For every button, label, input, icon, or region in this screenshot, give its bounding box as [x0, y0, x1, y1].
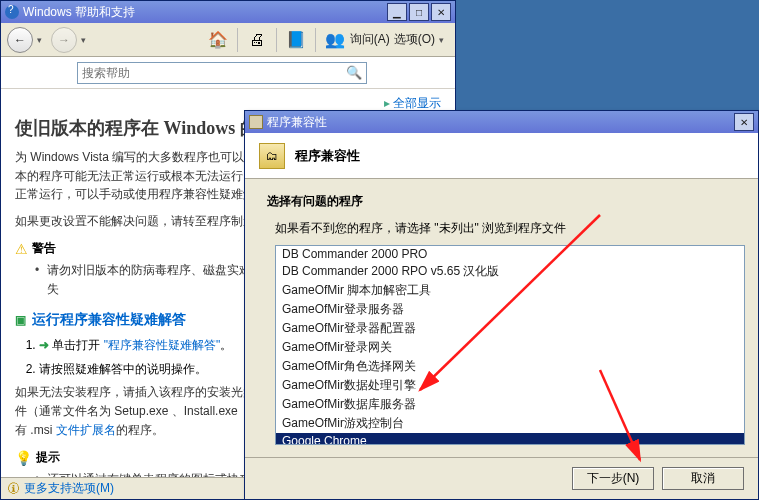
warning-icon: ⚠: [15, 241, 28, 257]
help-titlebar[interactable]: Windows 帮助和支持 ▁ □ ✕: [1, 1, 455, 23]
ask-button[interactable]: 询问(A): [350, 31, 390, 48]
list-item[interactable]: GameOfMir登录网关: [276, 338, 744, 357]
cancel-button[interactable]: 取消: [662, 467, 744, 490]
list-item[interactable]: GameOfMir游戏控制台: [276, 414, 744, 433]
open-troubleshooter-link[interactable]: "程序兼容性疑难解答": [104, 338, 221, 352]
help-icon: [5, 5, 19, 19]
minimize-button[interactable]: ▁: [387, 3, 407, 21]
list-item[interactable]: GameOfMir角色选择网关: [276, 357, 744, 376]
help-title: Windows 帮助和支持: [23, 4, 135, 21]
list-item[interactable]: GameOfMir数据处理引擎: [276, 376, 744, 395]
wizard-header-icon: 🗂: [259, 143, 285, 169]
browse-icon[interactable]: 📘: [285, 29, 307, 51]
options-button[interactable]: 选项(O): [394, 31, 435, 48]
file-ext-link[interactable]: 文件扩展名: [56, 423, 116, 437]
forward-button[interactable]: →: [51, 27, 77, 53]
ask-icon[interactable]: 👥: [324, 29, 346, 51]
list-item[interactable]: GameOfMir登录器配置器: [276, 319, 744, 338]
program-listbox[interactable]: DB Commander 2000 PRODB Commander 2000 R…: [275, 245, 745, 445]
list-item[interactable]: DB Commander 2000 PRO: [276, 246, 744, 262]
list-item[interactable]: Google Chrome: [276, 433, 744, 445]
wizard-icon: [249, 115, 263, 129]
select-program-hint: 如果看不到您的程序，请选择 "未列出" 浏览到程序文件: [275, 220, 736, 237]
wizard-title: 程序兼容性: [267, 114, 327, 131]
support-icon: 🛈: [7, 481, 20, 496]
wizard-close-button[interactable]: ✕: [734, 113, 754, 131]
wizard-footer: 下一步(N) 取消: [245, 457, 758, 499]
next-button[interactable]: 下一步(N): [572, 467, 654, 490]
wizard-header: 🗂 程序兼容性: [245, 133, 758, 179]
search-icon[interactable]: 🔍: [346, 65, 362, 80]
wizard-header-text: 程序兼容性: [295, 147, 360, 165]
select-program-label: 选择有问题的程序: [267, 193, 736, 210]
home-icon[interactable]: 🏠: [207, 29, 229, 51]
list-item[interactable]: DB Commander 2000 RPO v5.65 汉化版: [276, 262, 744, 281]
list-item[interactable]: GameOfMir数据库服务器: [276, 395, 744, 414]
options-dropdown-icon[interactable]: ▾: [439, 35, 449, 45]
maximize-button[interactable]: □: [409, 3, 429, 21]
close-button[interactable]: ✕: [431, 3, 451, 21]
tip-icon: 💡: [15, 450, 32, 466]
wizard-body: 选择有问题的程序 如果看不到您的程序，请选择 "未列出" 浏览到程序文件 DB …: [245, 179, 758, 453]
wizard-titlebar[interactable]: 程序兼容性 ✕: [245, 111, 758, 133]
action-arrow-icon: ➜: [39, 338, 49, 352]
back-dropdown-icon[interactable]: ▾: [37, 35, 47, 45]
list-item[interactable]: GameOfMir 脚本加解密工具: [276, 281, 744, 300]
expand-icon: ▣: [15, 313, 26, 327]
forward-dropdown-icon[interactable]: ▾: [81, 35, 91, 45]
help-search-box[interactable]: 🔍: [77, 62, 367, 84]
back-button[interactable]: ←: [7, 27, 33, 53]
more-support-link[interactable]: 更多支持选项(M): [24, 480, 114, 497]
help-toolbar: ← ▾ → ▾ 🏠 🖨 📘 👥 询问(A) 选项(O) ▾: [1, 23, 455, 57]
compat-wizard: 程序兼容性 ✕ 🗂 程序兼容性 选择有问题的程序 如果看不到您的程序，请选择 "…: [244, 110, 759, 500]
help-search-input[interactable]: [82, 66, 342, 80]
print-icon[interactable]: 🖨: [246, 29, 268, 51]
list-item[interactable]: GameOfMir登录服务器: [276, 300, 744, 319]
help-search-bar: 🔍: [1, 57, 455, 89]
